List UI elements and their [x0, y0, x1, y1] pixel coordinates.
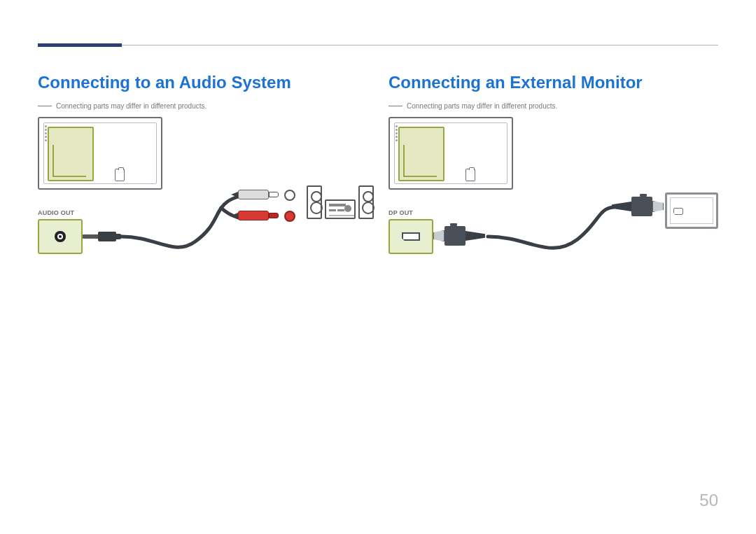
section-title-monitor: Connecting an External Monitor	[388, 73, 718, 92]
speaker-right-icon	[358, 185, 374, 219]
rca-socket-red-icon	[284, 211, 295, 222]
note-text: Connecting parts may differ in different…	[407, 102, 557, 110]
rca-socket-white-icon	[284, 190, 295, 201]
diagram-audio: AUDIO OUT	[38, 117, 368, 278]
note-text: Connecting parts may differ in different…	[56, 102, 206, 110]
section-audio: Connecting to an Audio System Connecting…	[38, 73, 368, 278]
speaker-left-icon	[307, 185, 322, 219]
manual-page: Connecting to an Audio System Connecting…	[0, 0, 756, 534]
external-monitor-icon	[665, 192, 718, 229]
section-title-audio: Connecting to an Audio System	[38, 73, 368, 92]
diagram-monitor: DP OUT	[388, 117, 718, 278]
section-note-audio: Connecting parts may differ in different…	[38, 102, 368, 110]
section-monitor: Connecting an External Monitor Connectin…	[388, 73, 718, 278]
audio-receiver-icon	[325, 199, 356, 219]
note-dash-icon	[38, 106, 52, 106]
external-monitor-port-icon	[673, 208, 683, 215]
section-note-monitor: Connecting parts may differ in different…	[388, 102, 718, 110]
page-number: 50	[699, 491, 718, 510]
displayport-plug-dest-icon	[609, 195, 664, 219]
note-dash-icon	[388, 106, 402, 106]
content-columns: Connecting to an Audio System Connecting…	[38, 73, 718, 278]
rule-thick	[38, 43, 122, 47]
rule-thin	[38, 45, 718, 45]
header-rule	[38, 45, 718, 45]
